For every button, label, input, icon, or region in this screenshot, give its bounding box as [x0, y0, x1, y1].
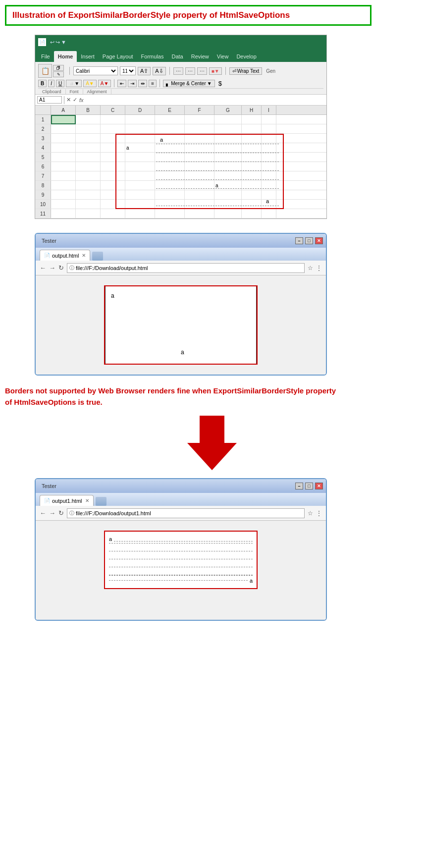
cell-b8[interactable] — [76, 181, 101, 190]
cell-f7[interactable] — [185, 171, 214, 181]
cell-f9[interactable] — [185, 190, 214, 200]
align-top-button[interactable]: ⇹ — [138, 80, 147, 87]
cell-b9[interactable] — [76, 190, 101, 200]
tab-home[interactable]: Home — [54, 51, 77, 62]
cell-b2[interactable] — [76, 124, 101, 134]
browser1-menu-icon[interactable]: ⋮ — [316, 265, 322, 271]
cell-c9[interactable] — [101, 190, 125, 200]
tab-develop[interactable]: Develop — [232, 51, 260, 62]
cell-e5[interactable] — [155, 153, 185, 162]
cell-reference-input[interactable] — [37, 96, 62, 104]
align-middle-button[interactable]: ≡ — [149, 80, 157, 87]
browser1-refresh-button[interactable]: ↻ — [58, 264, 64, 271]
cell-a3[interactable] — [51, 134, 76, 143]
cell-h7[interactable] — [242, 171, 262, 181]
font-size-decrease-button[interactable]: A⇩ — [153, 67, 165, 75]
browser1-maximize-button[interactable]: □ — [305, 237, 313, 244]
cell-h4[interactable] — [242, 143, 262, 153]
cell-e10[interactable] — [155, 200, 185, 209]
cell-a9[interactable] — [51, 190, 76, 200]
cell-d11[interactable] — [125, 209, 155, 218]
cell-f6[interactable] — [185, 162, 214, 171]
cell-f1[interactable] — [185, 115, 214, 124]
cell-b7[interactable] — [76, 171, 101, 181]
cell-c2[interactable] — [101, 124, 125, 134]
cell-i5[interactable] — [262, 153, 276, 162]
cell-i10[interactable] — [262, 200, 276, 209]
cell-e3[interactable] — [155, 134, 185, 143]
cell-d7[interactable] — [125, 171, 155, 181]
browser1-back-button[interactable]: ← — [40, 264, 46, 271]
cell-d6[interactable] — [125, 162, 155, 171]
cell-c10[interactable] — [101, 200, 125, 209]
cell-f4[interactable] — [185, 143, 214, 153]
cell-g11[interactable] — [214, 209, 242, 218]
tab-formulas[interactable]: Formulas — [137, 51, 168, 62]
cell-c4[interactable] — [101, 143, 125, 153]
cell-e7[interactable] — [155, 171, 185, 181]
cell-g9[interactable] — [214, 190, 242, 200]
browser1-new-tab-btn[interactable] — [92, 252, 103, 261]
underline-button[interactable]: U — [56, 80, 64, 87]
font-family-select[interactable]: Calibri — [73, 66, 118, 75]
cell-a1[interactable] — [51, 115, 76, 124]
browser1-address-input[interactable]: ⓘ file:///F:/Download/output.html — [67, 263, 305, 273]
cell-b10[interactable] — [76, 200, 101, 209]
cell-i8[interactable] — [262, 181, 276, 190]
cell-d5[interactable] — [125, 153, 155, 162]
cell-c5[interactable] — [101, 153, 125, 162]
cell-e11[interactable] — [155, 209, 185, 218]
cell-f11[interactable] — [185, 209, 214, 218]
cell-g8[interactable]: a — [214, 181, 242, 190]
browser2-bookmark-icon[interactable]: ☆ — [308, 510, 313, 517]
cell-h10[interactable] — [242, 200, 262, 209]
cell-e1[interactable] — [155, 115, 185, 124]
cell-d4[interactable]: a — [125, 143, 155, 153]
cell-d2[interactable] — [125, 124, 155, 134]
cell-h2[interactable] — [242, 124, 262, 134]
wrap-text-button[interactable]: ⏎ Wrap Text — [229, 67, 263, 75]
font-size-increase-button[interactable]: A⇧ — [138, 67, 151, 75]
cell-d9[interactable] — [125, 190, 155, 200]
cell-i2[interactable] — [262, 124, 276, 134]
cell-d10[interactable] — [125, 200, 155, 209]
cell-d3[interactable] — [125, 134, 155, 143]
browser1-minimize-button[interactable]: – — [295, 237, 303, 244]
cell-h5[interactable] — [242, 153, 262, 162]
browser2-menu-icon[interactable]: ⋮ — [316, 510, 322, 517]
cell-h9[interactable] — [242, 190, 262, 200]
cell-b3[interactable] — [76, 134, 101, 143]
cell-a11[interactable] — [51, 209, 76, 218]
cell-a8[interactable] — [51, 181, 76, 190]
cell-f8[interactable] — [185, 181, 214, 190]
font-size-select[interactable]: 11 — [120, 66, 136, 75]
cell-g10[interactable] — [214, 200, 242, 209]
cell-e6[interactable] — [155, 162, 185, 171]
cell-b5[interactable] — [76, 153, 101, 162]
cell-f10[interactable] — [185, 200, 214, 209]
format-painter-button[interactable]: ✎ — [53, 71, 64, 77]
cell-h6[interactable] — [242, 162, 262, 171]
cell-e4[interactable] — [155, 143, 185, 153]
cell-b1[interactable] — [76, 115, 101, 124]
browser1-forward-button[interactable]: → — [49, 264, 55, 271]
browser2-forward-button[interactable]: → — [49, 509, 55, 517]
tab-pagelayout[interactable]: Page Layout — [99, 51, 137, 62]
browser2-tab-close[interactable]: ✕ — [85, 498, 89, 503]
tab-data[interactable]: Data — [167, 51, 187, 62]
cell-a7[interactable] — [51, 171, 76, 181]
cell-f2[interactable] — [185, 124, 214, 134]
cell-g4[interactable] — [214, 143, 242, 153]
cell-i1[interactable] — [262, 115, 276, 124]
paste-button[interactable]: 📋 — [38, 64, 52, 78]
cell-f3[interactable] — [185, 134, 214, 143]
font-color-button[interactable]: A▼ — [98, 80, 111, 87]
tab-view[interactable]: View — [213, 51, 233, 62]
indent-increase-button[interactable]: ⇥ — [128, 80, 137, 87]
cell-b6[interactable] — [76, 162, 101, 171]
cell-i9[interactable] — [262, 190, 276, 200]
indent-decrease-button[interactable]: ⇤ — [117, 80, 126, 87]
cell-i11[interactable] — [262, 209, 276, 218]
cell-h11[interactable] — [242, 209, 262, 218]
cell-c6[interactable] — [101, 162, 125, 171]
